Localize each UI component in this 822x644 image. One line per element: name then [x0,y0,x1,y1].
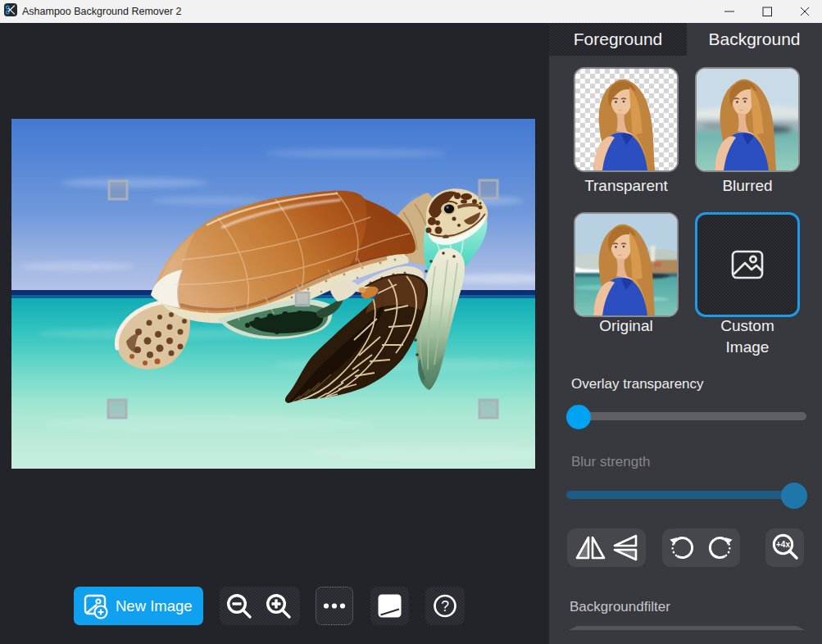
svg-text:+4x: +4x [776,540,790,549]
svg-text:?: ? [441,598,449,615]
